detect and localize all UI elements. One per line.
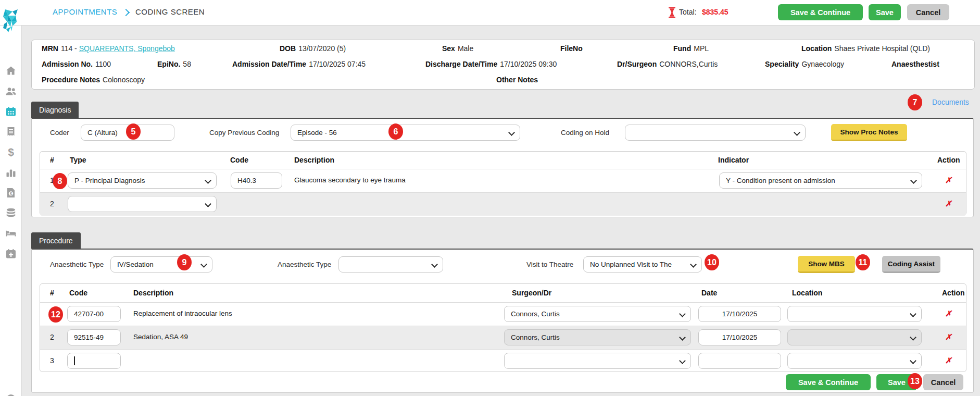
patient-dr-surgeon: Dr/SurgeonCONNORS,Curtis [617, 60, 718, 68]
proc-date-input[interactable]: 17/10/2025 [698, 329, 781, 345]
coding-on-hold-select[interactable] [625, 125, 806, 141]
chevron-down-icon [205, 177, 211, 184]
delete-row-icon[interactable]: ✗ [945, 356, 952, 365]
breadcrumb-appointments[interactable]: APPOINTMENTS [53, 7, 117, 16]
diag-type-select[interactable]: P - Principal Diagnosis [68, 172, 217, 189]
procedure-table: # Code Description Surgeon/Dr Date Locat… [40, 283, 966, 372]
svg-text:$: $ [10, 191, 12, 196]
cancel-button-bottom[interactable]: Cancel [923, 374, 963, 390]
app-logo[interactable] [2, 8, 21, 35]
anaesthetic-type-label: Anaesthetic Type [50, 256, 104, 272]
bed-icon [5, 227, 17, 240]
delete-row-icon[interactable]: ✗ [945, 199, 952, 208]
proc-location-select[interactable] [787, 329, 922, 345]
proc-code-input[interactable]: 92515-49 [67, 329, 121, 345]
annotation-marker-13: 13 [908, 373, 922, 389]
save-button-top[interactable]: Save [869, 4, 901, 20]
proc-surgeon-select[interactable]: Connors, Curtis [504, 306, 691, 322]
diag-code-input[interactable]: H40.3 [231, 172, 282, 189]
annotation-marker-6: 6 [388, 123, 403, 140]
bar-chart-icon [5, 166, 17, 179]
sidebar-item-beds[interactable] [5, 227, 17, 240]
sidebar-item-partial[interactable] [5, 390, 17, 396]
proc-date-input[interactable]: 17/10/2025 [698, 306, 781, 322]
patient-name-link[interactable]: SQUAREPANTS, Spongebob [79, 44, 175, 53]
coding-assist-button[interactable]: Coding Assist [882, 256, 940, 273]
patient-info-card: MRN114 - SQUAREPANTS, Spongebob DOB13/07… [31, 40, 975, 90]
sidebar-item-payments[interactable]: $ [5, 146, 17, 158]
diag-col-indicator: Indicator [718, 156, 749, 164]
diag-col-num: # [50, 156, 54, 164]
sidebar-item-new-booking[interactable] [5, 247, 17, 260]
proc-description: Replacement of intraocular lens [133, 310, 232, 317]
cancel-button-top[interactable]: Cancel [907, 4, 949, 20]
patient-other-notes: Other Notes [496, 76, 541, 84]
patient-discharge-datetime: Discharge Date/Time17/10/2025 09:30 [425, 60, 557, 68]
coder-label: Coder [50, 125, 69, 140]
total-value: $835.45 [702, 8, 728, 16]
chevron-down-icon [910, 177, 917, 184]
chevron-down-icon [690, 261, 697, 268]
annotation-marker-8: 8 [53, 173, 67, 189]
copy-previous-coding-select[interactable]: Episode - 56 [291, 125, 520, 141]
annotation-marker-12: 12 [48, 306, 63, 323]
patient-mrn: MRN114 - SQUAREPANTS, Spongebob [42, 44, 175, 53]
copy-previous-coding-label: Copy Previous Coding [209, 125, 279, 140]
sidebar-item-invoicing[interactable]: $ [5, 187, 17, 199]
diag-col-description: Description [294, 156, 334, 164]
delete-row-icon[interactable]: ✗ [945, 176, 952, 185]
proc-location-select[interactable] [787, 306, 922, 322]
tab-diagnosis[interactable]: Diagnosis [31, 102, 79, 118]
invoice-icon: $ [5, 187, 17, 199]
proc-col-date: Date [701, 289, 717, 297]
text-cursor [74, 356, 75, 365]
chevron-down-icon [205, 201, 211, 207]
patient-speciality: SpecialityGynaecology [765, 60, 844, 68]
documents-link[interactable]: Documents [932, 98, 969, 106]
chevron-down-icon [794, 129, 800, 136]
annotation-marker-10: 10 [705, 254, 719, 270]
total-label: Total: [679, 8, 696, 16]
diagnosis-row-2: 2 ✗ [40, 192, 966, 216]
save-continue-button-bottom[interactable]: Save & Continue [786, 374, 871, 390]
dollar-icon: $ [5, 146, 17, 158]
patient-dob: DOB13/07/2020 (5) [280, 44, 346, 53]
diagnosis-panel: Coder C (Altura) Copy Previous Coding Ep… [31, 118, 974, 217]
show-proc-notes-button[interactable]: Show Proc Notes [831, 124, 907, 141]
diag-type-select[interactable] [68, 196, 217, 212]
proc-surgeon-select[interactable]: Connors, Curtis [504, 329, 691, 345]
patient-admission-no: Admission No.1100 [42, 60, 111, 68]
sidebar-item-reports[interactable] [5, 166, 17, 179]
diag-col-action: Action [937, 156, 960, 164]
dog-logo-icon [2, 8, 21, 33]
delete-row-icon[interactable]: ✗ [945, 332, 952, 342]
diagnosis-table: # Type Code Description Indicator Action… [40, 151, 966, 215]
annotation-marker-5: 5 [126, 123, 141, 140]
diag-indicator-select[interactable]: Y - Condition present on admission [719, 172, 922, 189]
annotation-marker-9: 9 [177, 254, 192, 270]
sidebar-nav: $ $ [0, 25, 22, 396]
visit-to-theatre-select[interactable]: No Unplanned Visit to The [583, 256, 702, 273]
sidebar-item-database[interactable] [5, 207, 17, 219]
proc-location-select[interactable] [787, 353, 922, 369]
delete-row-icon[interactable]: ✗ [945, 309, 952, 318]
proc-date-input[interactable] [698, 353, 781, 369]
proc-col-num: # [50, 289, 54, 297]
anaesthetic-type-select[interactable]: IV/Sedation [110, 256, 212, 273]
patient-sex: SexMale [442, 44, 473, 53]
show-mbs-button[interactable]: Show MBS [798, 256, 855, 273]
sidebar-item-receipts[interactable] [5, 126, 17, 138]
proc-code-input-focused[interactable] [67, 353, 121, 369]
procedure-row-2: 2 92515-49 Sedation, ASA 49 Connors, Cur… [40, 326, 966, 349]
patient-procedure-notes: Procedure NotesColonoscopy [42, 76, 145, 84]
tab-procedure[interactable]: Procedure [31, 232, 81, 249]
save-continue-button-top[interactable]: Save & Continue [778, 4, 863, 20]
patient-fileno: FileNo [560, 44, 585, 53]
sidebar-item-home[interactable] [5, 65, 17, 77]
proc-surgeon-select[interactable] [504, 353, 691, 369]
sidebar-item-appointments[interactable] [5, 105, 17, 118]
sidebar-item-patients[interactable] [5, 85, 17, 97]
home-icon [5, 65, 17, 77]
anaesthetic-type2-select[interactable] [338, 256, 443, 273]
proc-code-input[interactable]: 42707-00 [67, 306, 121, 322]
